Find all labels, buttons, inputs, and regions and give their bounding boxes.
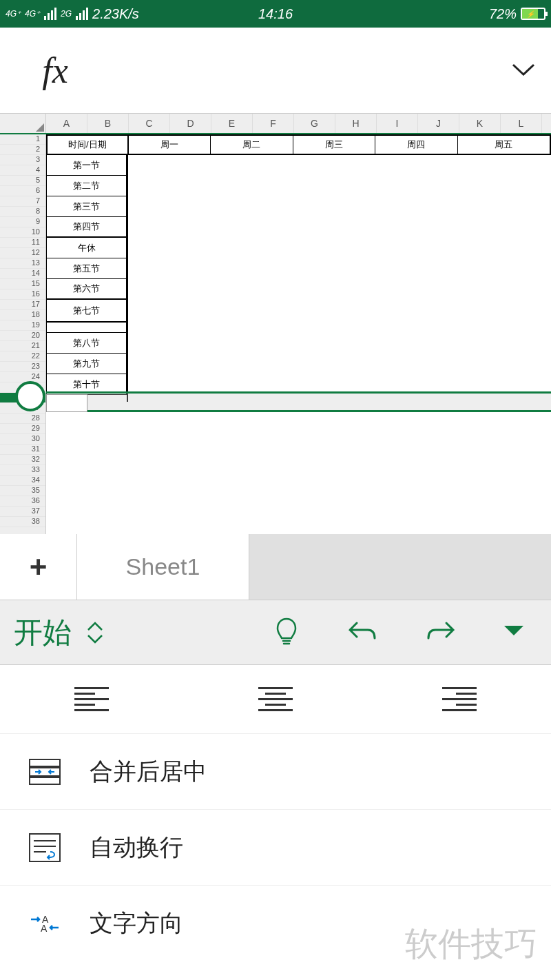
align-right-button[interactable] (442, 687, 477, 711)
row-headers: 1234567891011121314151617181920212223242… (0, 134, 46, 534)
schedule-corner-cell: 时间/日期 (48, 136, 129, 154)
period-6: 第六节 (46, 279, 127, 300)
row-header-28[interactable]: 28 (0, 414, 45, 424)
row-header-4[interactable]: 4 (0, 165, 45, 176)
cells-area[interactable]: 时间/日期 周一 周二 周三 周四 周五 第一节 第二节 第三节 第四节 午休 … (46, 134, 551, 534)
ribbon-chevron-icon[interactable] (85, 620, 105, 645)
row-header-17[interactable]: 17 (0, 300, 45, 310)
formula-bar: fx (0, 28, 551, 114)
column-header-I[interactable]: I (377, 114, 418, 133)
row-header-8[interactable]: 8 (0, 207, 45, 217)
sheet-tab-1[interactable]: Sheet1 (77, 534, 249, 600)
row-header-15[interactable]: 15 (0, 279, 45, 289)
column-headers: ABCDEFGHIJKL (0, 114, 551, 134)
schedule-divider (127, 155, 128, 402)
period-8: 第八节 (46, 333, 127, 354)
align-left-button[interactable] (74, 687, 109, 711)
row-header-38[interactable]: 38 (0, 517, 45, 527)
column-header-L[interactable]: L (501, 114, 542, 133)
row-header-23[interactable]: 23 (0, 362, 45, 372)
row-header-21[interactable]: 21 (0, 341, 45, 351)
row-header-20[interactable]: 20 (0, 331, 45, 341)
network-4g-1: 4G⁺ (6, 9, 21, 19)
column-header-F[interactable]: F (253, 114, 294, 133)
column-header-C[interactable]: C (129, 114, 170, 133)
row-header-30[interactable]: 30 (0, 434, 45, 445)
row-header-22[interactable]: 22 (0, 351, 45, 362)
row-header-37[interactable]: 37 (0, 507, 45, 517)
period-3: 第三节 (46, 196, 127, 217)
row-header-14[interactable]: 14 (0, 269, 45, 279)
merge-label: 合并后居中 (90, 756, 207, 788)
period-column: 第一节 第二节 第三节 第四节 午休 第五节 第六节 第七节 第八节 第九节 第… (46, 155, 127, 395)
battery-percent: 72% (489, 6, 517, 22)
wrap-text-button[interactable]: 自动换行 (0, 810, 551, 886)
column-header-H[interactable]: H (335, 114, 377, 133)
column-header-G[interactable]: G (294, 114, 335, 133)
row-header-24[interactable]: 24 (0, 372, 45, 382)
row-header-36[interactable]: 36 (0, 496, 45, 507)
day-tue: 周二 (211, 136, 293, 154)
row-header-5[interactable]: 5 (0, 176, 45, 186)
column-header-K[interactable]: K (459, 114, 501, 133)
ribbon: 开始 (0, 600, 551, 665)
row-header-35[interactable]: 35 (0, 486, 45, 496)
undo-button[interactable] (347, 617, 377, 648)
sheet-tabs: + Sheet1 (0, 534, 551, 600)
row-header-18[interactable]: 18 (0, 310, 45, 320)
signal-icon (44, 8, 56, 20)
period-5: 第五节 (46, 258, 127, 279)
period-1: 第一节 (46, 155, 127, 176)
row-header-10[interactable]: 10 (0, 227, 45, 238)
column-header-D[interactable]: D (170, 114, 211, 133)
select-all-corner[interactable] (0, 114, 46, 133)
align-center-button[interactable] (258, 687, 293, 711)
column-header-B[interactable]: B (87, 114, 129, 133)
selection-handle[interactable] (15, 381, 45, 411)
row-header-16[interactable]: 16 (0, 289, 45, 300)
row-header-2[interactable]: 2 (0, 145, 45, 155)
wrap-label: 自动换行 (90, 832, 183, 864)
redo-button[interactable] (426, 617, 456, 648)
selected-cell[interactable] (46, 394, 87, 412)
watermark: 软件技巧 (405, 922, 537, 966)
battery-icon: ⚡ (521, 8, 545, 20)
alignment-row (0, 665, 551, 734)
expand-formula-button[interactable] (496, 63, 551, 77)
row-header-29[interactable]: 29 (0, 424, 45, 434)
status-bar: 4G⁺ 4G⁺ 2G 2.23K/s 14:16 72% ⚡ (0, 0, 551, 28)
direction-icon: A A (28, 906, 62, 941)
row-header-33[interactable]: 33 (0, 465, 45, 476)
lightbulb-icon[interactable] (274, 616, 299, 649)
row-header-1[interactable]: 1 (0, 134, 45, 145)
row-header-7[interactable]: 7 (0, 196, 45, 207)
signal-icon-2 (76, 8, 88, 20)
row-header-32[interactable]: 32 (0, 455, 45, 465)
spreadsheet-grid[interactable]: 1234567891011121314151617181920212223242… (0, 134, 551, 534)
row-header-13[interactable]: 13 (0, 258, 45, 269)
direction-label: 文字方向 (90, 908, 183, 939)
column-header-E[interactable]: E (211, 114, 253, 133)
network-speed: 2.23K/s (92, 6, 139, 22)
row-header-19[interactable]: 19 (0, 320, 45, 331)
row-header-3[interactable]: 3 (0, 155, 45, 165)
merge-icon (28, 755, 62, 789)
row-header-9[interactable]: 9 (0, 217, 45, 227)
day-mon: 周一 (129, 136, 211, 154)
collapse-ribbon-button[interactable] (504, 626, 523, 640)
period-4: 第四节 (46, 217, 127, 238)
period-7: 第七节 (46, 300, 127, 323)
row-header-12[interactable]: 12 (0, 248, 45, 258)
column-header-J[interactable]: J (418, 114, 459, 133)
fx-label: fx (0, 50, 110, 91)
svg-text:A: A (41, 923, 48, 934)
row-header-31[interactable]: 31 (0, 445, 45, 455)
merge-center-button[interactable]: 合并后居中 (0, 734, 551, 810)
row-header-11[interactable]: 11 (0, 238, 45, 248)
row-header-34[interactable]: 34 (0, 476, 45, 486)
row-selection (46, 391, 551, 412)
add-sheet-button[interactable]: + (0, 534, 77, 600)
ribbon-tab-home[interactable]: 开始 (14, 613, 72, 652)
row-header-6[interactable]: 6 (0, 186, 45, 196)
column-header-A[interactable]: A (46, 114, 87, 133)
